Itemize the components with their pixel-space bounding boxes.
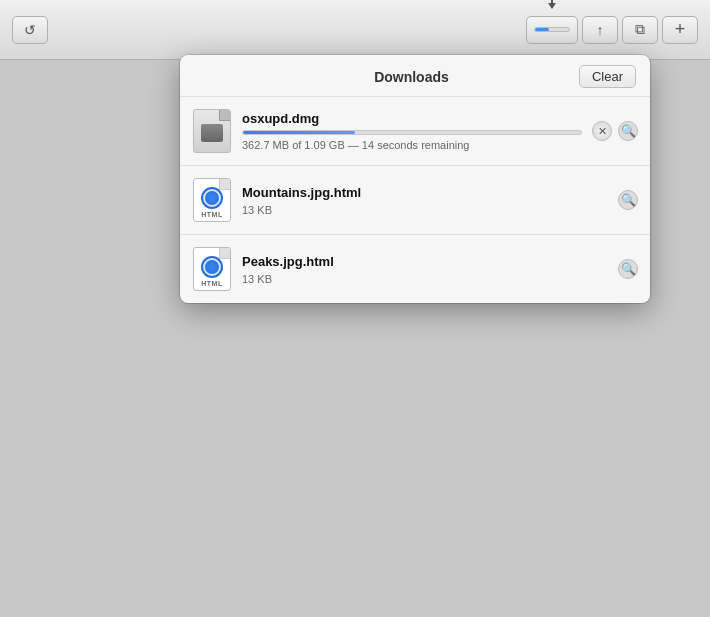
magnify-icon: 🔍 — [621, 124, 636, 138]
share-button[interactable]: ↑ — [582, 16, 618, 44]
cancel-download-button[interactable]: ✕ — [592, 121, 612, 141]
item-name-peaks: Peaks.jpg.html — [242, 254, 608, 269]
download-item-mountains: HTML Mountains.jpg.html 13 KB 🔍 — [180, 166, 650, 235]
panel-title: Downloads — [244, 69, 579, 85]
downloads-panel: Downloads Clear osxupd.dmg 362.7 MB of 1… — [180, 55, 650, 303]
item-size-mountains: 13 KB — [242, 204, 608, 216]
html-icon-peaks: HTML — [193, 247, 231, 291]
item-name-mountains: Mountains.jpg.html — [242, 185, 608, 200]
item-name-dmg: osxupd.dmg — [242, 111, 582, 126]
mini-progress-bar — [534, 27, 570, 32]
download-item-peaks: HTML Peaks.jpg.html 13 KB 🔍 — [180, 235, 650, 303]
reload-icon: ↺ — [24, 22, 36, 38]
show-in-finder-button-peaks[interactable]: 🔍 — [618, 259, 638, 279]
magnify-icon-peaks: 🔍 — [621, 262, 636, 276]
toolbar-right: ↑ ⧉ + — [526, 16, 698, 44]
item-progress-fill — [243, 131, 355, 134]
arrow-indicator — [551, 0, 553, 8]
item-info-mountains: Mountains.jpg.html 13 KB — [242, 185, 608, 216]
item-actions-mountains: 🔍 — [618, 190, 638, 210]
html-label: HTML — [201, 211, 222, 218]
show-in-finder-button-mountains[interactable]: 🔍 — [618, 190, 638, 210]
panel-header: Downloads Clear — [180, 55, 650, 97]
html-icon-mountains: HTML — [193, 178, 231, 222]
toolbar-left: ↺ — [12, 16, 48, 44]
file-icon-dmg — [192, 107, 232, 155]
magnify-icon-mountains: 🔍 — [621, 193, 636, 207]
item-progress-bar — [242, 130, 582, 135]
new-tab-button[interactable]: + — [662, 16, 698, 44]
mini-progress-fill — [535, 28, 549, 31]
item-status-dmg: 362.7 MB of 1.09 GB — 14 seconds remaini… — [242, 139, 582, 151]
copy-button[interactable]: ⧉ — [622, 16, 658, 44]
html-label-peaks: HTML — [201, 280, 222, 287]
downloads-button[interactable] — [526, 16, 578, 44]
file-icon-mountains: HTML — [192, 176, 232, 224]
share-icon: ↑ — [597, 22, 604, 38]
reload-button[interactable]: ↺ — [12, 16, 48, 44]
item-info-dmg: osxupd.dmg 362.7 MB of 1.09 GB — 14 seco… — [242, 111, 582, 151]
safari-icon — [201, 187, 223, 209]
disk-image-icon — [201, 124, 223, 142]
item-actions-dmg: ✕ 🔍 — [592, 121, 638, 141]
safari-icon-peaks — [201, 256, 223, 278]
downloads-button-wrap — [526, 16, 578, 44]
clear-button[interactable]: Clear — [579, 65, 636, 88]
item-size-peaks: 13 KB — [242, 273, 608, 285]
item-info-peaks: Peaks.jpg.html 13 KB — [242, 254, 608, 285]
show-in-finder-button-dmg[interactable]: 🔍 — [618, 121, 638, 141]
download-item-dmg: osxupd.dmg 362.7 MB of 1.09 GB — 14 seco… — [180, 97, 650, 166]
copy-icon: ⧉ — [635, 21, 645, 38]
toolbar: ↺ ↑ ⧉ + — [0, 0, 710, 60]
item-actions-peaks: 🔍 — [618, 259, 638, 279]
cancel-icon: ✕ — [598, 125, 607, 138]
plus-icon: + — [675, 19, 686, 40]
dmg-icon — [193, 109, 231, 153]
file-icon-peaks: HTML — [192, 245, 232, 293]
